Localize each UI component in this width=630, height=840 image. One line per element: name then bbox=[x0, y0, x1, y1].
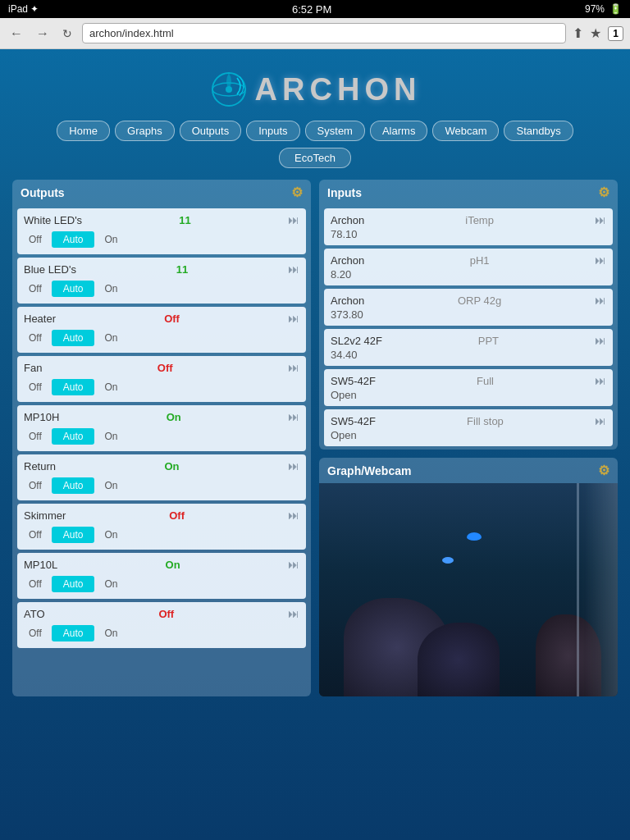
nav-home[interactable]: Home bbox=[57, 121, 110, 141]
filter-icon-white-leds[interactable]: ⏭ bbox=[288, 213, 299, 226]
output-on-mp10l[interactable]: On bbox=[99, 576, 122, 592]
nav-ecotech[interactable]: EcoTech bbox=[279, 148, 351, 168]
output-off-blue-leds[interactable]: Off bbox=[24, 281, 47, 297]
output-on-white-leds[interactable]: On bbox=[99, 231, 122, 248]
output-auto-ato[interactable]: Auto bbox=[52, 625, 95, 641]
filter-icon-ato[interactable]: ⏭ bbox=[288, 607, 299, 620]
inputs-header: Inputs ⚙ bbox=[319, 180, 618, 205]
output-off-skimmer[interactable]: Off bbox=[24, 527, 47, 543]
fish-1 bbox=[467, 532, 482, 541]
output-on-fan[interactable]: On bbox=[99, 379, 122, 395]
output-controls-white-leds: Off Auto On bbox=[24, 231, 299, 248]
filter-icon-fan[interactable]: ⏭ bbox=[288, 361, 299, 374]
input-card-sw5-full: SW5-42F Full ⏭ Open bbox=[324, 369, 613, 406]
output-auto-skimmer[interactable]: Auto bbox=[52, 527, 95, 543]
outputs-title: Outputs bbox=[21, 186, 65, 199]
output-controls-skimmer: Off Auto On bbox=[24, 527, 299, 543]
nav-alarms[interactable]: Alarms bbox=[370, 121, 427, 141]
output-auto-heater[interactable]: Auto bbox=[52, 330, 95, 346]
output-off-fan[interactable]: Off bbox=[24, 379, 47, 395]
share-button[interactable]: ⬆ bbox=[573, 25, 583, 41]
tab-count[interactable]: 1 bbox=[608, 26, 623, 41]
input-value-fillstop: Open bbox=[331, 427, 606, 441]
nav-outputs[interactable]: Outputs bbox=[180, 121, 242, 141]
output-card-mp10l: MP10L On ⏭ Off Auto On bbox=[17, 553, 306, 599]
main-grid: Outputs ⚙ White LED's 11 ⏭ Off Auto On B bbox=[12, 180, 618, 696]
output-on-return[interactable]: On bbox=[99, 477, 122, 494]
nav-inputs[interactable]: Inputs bbox=[246, 121, 299, 141]
output-on-heater[interactable]: On bbox=[99, 330, 122, 346]
output-name-mp10l: MP10L bbox=[24, 559, 57, 571]
nav-graphs[interactable]: Graphs bbox=[115, 121, 175, 141]
output-name-return: Return bbox=[24, 460, 56, 472]
tank-frame bbox=[577, 483, 618, 696]
input-sensor-ppt: PPT bbox=[478, 335, 499, 347]
output-auto-return[interactable]: Auto bbox=[52, 477, 95, 494]
aquarium-background bbox=[319, 483, 618, 696]
bookmark-button[interactable]: ★ bbox=[590, 25, 601, 41]
outputs-header: Outputs ⚙ bbox=[12, 180, 311, 205]
output-name-blue-leds: Blue LED's bbox=[24, 263, 76, 276]
filter-icon-itemp[interactable]: ⏭ bbox=[595, 213, 606, 226]
filter-icon-orp[interactable]: ⏭ bbox=[595, 294, 606, 307]
input-device-sw5-full: SW5-42F bbox=[331, 375, 376, 387]
output-on-skimmer[interactable]: On bbox=[99, 527, 122, 543]
output-off-return[interactable]: Off bbox=[24, 477, 47, 494]
output-controls-fan: Off Auto On bbox=[24, 379, 299, 395]
output-name-white-leds: White LED's bbox=[24, 214, 82, 226]
browser-chrome: ← → ↻ ⬆ ★ 1 bbox=[0, 18, 630, 49]
output-auto-white-leds[interactable]: Auto bbox=[52, 231, 95, 248]
input-value-itemp: 78.10 bbox=[331, 226, 606, 240]
filter-icon-fillstop[interactable]: ⏭ bbox=[595, 414, 606, 427]
output-card-white-leds: White LED's 11 ⏭ Off Auto On bbox=[17, 208, 306, 254]
graph-webcam-gear-icon[interactable]: ⚙ bbox=[598, 463, 609, 478]
webcam-image bbox=[319, 483, 618, 696]
filter-icon-heater[interactable]: ⏭ bbox=[288, 312, 299, 325]
output-auto-blue-leds[interactable]: Auto bbox=[52, 281, 95, 297]
output-off-mp10l[interactable]: Off bbox=[24, 576, 47, 592]
input-sensor-orp: ORP 42g bbox=[458, 294, 501, 307]
input-sensor-ph1: pH1 bbox=[470, 254, 490, 267]
output-on-ato[interactable]: On bbox=[99, 625, 122, 641]
output-name-skimmer: Skimmer bbox=[24, 509, 66, 522]
battery-icon: 🔋 bbox=[609, 3, 622, 15]
output-auto-fan[interactable]: Auto bbox=[52, 379, 95, 395]
output-controls-blue-leds: Off Auto On bbox=[24, 281, 299, 297]
filter-icon-ppt[interactable]: ⏭ bbox=[595, 334, 606, 347]
graph-webcam-header: Graph/Webcam ⚙ bbox=[319, 458, 618, 483]
output-on-blue-leds[interactable]: On bbox=[99, 281, 122, 297]
input-value-orp: 373.80 bbox=[331, 307, 606, 321]
filter-icon-full[interactable]: ⏭ bbox=[595, 374, 606, 387]
output-on-mp10h[interactable]: On bbox=[99, 428, 122, 445]
inputs-gear-icon[interactable]: ⚙ bbox=[598, 185, 609, 200]
filter-icon-ph1[interactable]: ⏭ bbox=[595, 253, 606, 267]
output-card-ato: ATO Off ⏭ Off Auto On bbox=[17, 602, 306, 648]
output-status-return: On bbox=[164, 460, 179, 472]
nav-system[interactable]: System bbox=[305, 121, 365, 141]
output-off-ato[interactable]: Off bbox=[24, 625, 47, 641]
back-button[interactable]: ← bbox=[7, 25, 26, 43]
filter-icon-return[interactable]: ⏭ bbox=[288, 459, 299, 472]
graph-webcam-panel: Graph/Webcam ⚙ bbox=[319, 458, 618, 696]
forward-button[interactable]: → bbox=[33, 25, 52, 43]
output-controls-heater: Off Auto On bbox=[24, 330, 299, 346]
nav-standbys[interactable]: Standbys bbox=[504, 121, 573, 141]
output-off-mp10h[interactable]: Off bbox=[24, 428, 47, 445]
input-sensor-fillstop: Fill stop bbox=[467, 415, 504, 427]
output-controls-mp10h: Off Auto On bbox=[24, 428, 299, 445]
filter-icon-blue-leds[interactable]: ⏭ bbox=[288, 262, 299, 276]
output-card-skimmer: Skimmer Off ⏭ Off Auto On bbox=[17, 504, 306, 550]
output-auto-mp10h[interactable]: Auto bbox=[52, 428, 95, 445]
outputs-gear-icon[interactable]: ⚙ bbox=[291, 185, 303, 200]
ipad-label: iPad ✦ bbox=[8, 3, 39, 15]
output-auto-mp10l[interactable]: Auto bbox=[52, 576, 95, 592]
filter-icon-mp10l[interactable]: ⏭ bbox=[288, 558, 299, 571]
input-card-archon-orp: Archon ORP 42g ⏭ 373.80 bbox=[324, 289, 613, 326]
filter-icon-mp10h[interactable]: ⏭ bbox=[288, 410, 299, 423]
refresh-button[interactable]: ↻ bbox=[59, 25, 75, 42]
output-off-heater[interactable]: Off bbox=[24, 330, 47, 346]
nav-webcam[interactable]: Webcam bbox=[432, 121, 499, 141]
filter-icon-skimmer[interactable]: ⏭ bbox=[288, 509, 299, 522]
output-off-white-leds[interactable]: Off bbox=[24, 231, 47, 248]
address-bar[interactable] bbox=[82, 23, 566, 43]
